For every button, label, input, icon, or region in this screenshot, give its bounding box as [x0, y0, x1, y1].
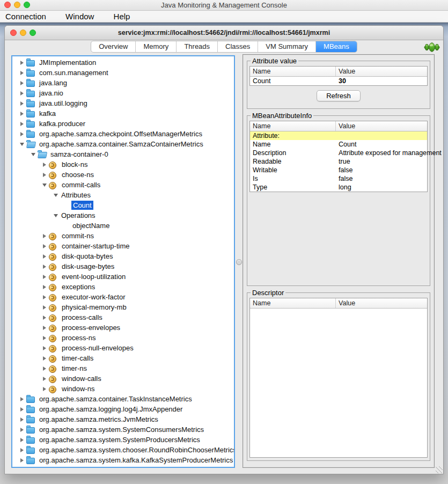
tree-item[interactable]: org.apache.samza.checkpoint.OffsetManage… [12, 129, 234, 139]
disclosure-triangle-icon[interactable] [18, 435, 26, 445]
disclosure-triangle-icon[interactable] [18, 88, 26, 98]
tree-item[interactable]: Operations [12, 210, 234, 221]
tree-item[interactable]: physical-memory-mb [12, 302, 234, 312]
column-header-value[interactable]: Value [336, 67, 427, 76]
tree-item[interactable]: objectName [12, 221, 234, 231]
tab-vm-summary[interactable]: VM Summary [258, 41, 316, 52]
tree-item[interactable]: java.util.logging [12, 98, 234, 108]
disclosure-triangle-icon[interactable] [40, 363, 49, 373]
tab-mbeans[interactable]: MBeans [316, 41, 357, 52]
tree-item[interactable]: JMImplementation [12, 57, 234, 68]
menu-help[interactable]: Help [105, 11, 139, 22]
tree-item[interactable]: org.apache.samza.container.SamzaContaine… [12, 139, 234, 149]
tree-item[interactable]: timer-calls [12, 353, 234, 363]
disclosure-triangle-icon[interactable] [40, 241, 49, 251]
column-header-value[interactable]: Value [336, 298, 427, 308]
disclosure-triangle-icon[interactable] [40, 251, 49, 261]
disclosure-triangle-icon[interactable] [40, 159, 49, 170]
table-row[interactable]: Isfalse [250, 174, 427, 183]
disclosure-triangle-icon[interactable] [40, 231, 49, 241]
table-row[interactable]: NameCount [250, 140, 427, 149]
tree-item[interactable]: process-envelopes [12, 322, 234, 333]
table-row[interactable]: DescriptionAttribute exposed for managem… [250, 149, 427, 157]
disclosure-triangle-icon[interactable] [18, 424, 26, 435]
tree-item[interactable]: samza-container-0 [12, 149, 234, 159]
tree-item[interactable]: java.lang [12, 78, 234, 88]
disclosure-triangle-icon[interactable] [29, 149, 38, 159]
disclosure-triangle-icon[interactable] [18, 455, 26, 465]
column-header-name[interactable]: Name [250, 298, 336, 308]
tab-threads[interactable]: Threads [177, 41, 218, 52]
zoom-window-button[interactable] [24, 2, 30, 8]
refresh-button[interactable]: Refresh [317, 90, 361, 101]
disclosure-triangle-icon[interactable] [18, 139, 26, 149]
disclosure-triangle-icon[interactable] [18, 119, 26, 129]
disclosure-triangle-icon[interactable] [18, 108, 26, 119]
tree-item[interactable]: process-calls [12, 312, 234, 322]
minimize-window-button[interactable] [14, 2, 20, 8]
tab-memory[interactable]: Memory [136, 41, 177, 52]
disclosure-triangle-icon[interactable] [40, 261, 49, 272]
menu-connection[interactable]: Connection [0, 11, 55, 22]
tab-overview[interactable]: Overview [91, 41, 136, 52]
tree-item[interactable]: disk-quota-bytes [12, 251, 234, 261]
tree-item[interactable]: window-ns [12, 384, 234, 394]
tree-item[interactable]: timer-ns [12, 363, 234, 373]
disclosure-triangle-icon[interactable] [52, 210, 60, 221]
mbean-tree[interactable]: JMImplementationcom.sun.managementjava.l… [11, 55, 235, 468]
disclosure-triangle-icon[interactable] [18, 404, 26, 414]
tree-item[interactable]: org.apache.samza.system.chooser.RoundRob… [12, 445, 234, 455]
frame-minimize-button[interactable] [20, 30, 26, 36]
disclosure-triangle-icon[interactable] [40, 180, 49, 190]
tree-item[interactable]: java.nio [12, 88, 234, 98]
table-row[interactable]: Writablefalse [250, 166, 427, 174]
frame-zoom-button[interactable] [30, 30, 36, 36]
disclosure-triangle-icon[interactable] [40, 292, 49, 302]
column-header-name[interactable]: Name [250, 121, 336, 131]
tree-item[interactable]: event-loop-utilization [12, 272, 234, 282]
disclosure-triangle-icon[interactable] [18, 68, 26, 78]
close-window-button[interactable] [4, 2, 11, 8]
disclosure-triangle-icon[interactable] [18, 78, 26, 88]
menu-window[interactable]: Window [57, 11, 102, 22]
disclosure-triangle-icon[interactable] [40, 272, 49, 282]
tree-item[interactable]: org.apache.samza.system.kafka.KafkaSyste… [12, 455, 234, 465]
tree-item[interactable]: org.apache.samza.logging.log4j.JmxAppend… [12, 404, 234, 414]
tree-item[interactable]: Count [12, 200, 234, 210]
tree-item[interactable]: exceptions [12, 282, 234, 292]
disclosure-triangle-icon[interactable] [40, 353, 49, 363]
disclosure-triangle-icon[interactable] [40, 170, 49, 180]
tree-item[interactable]: com.sun.management [12, 68, 234, 78]
disclosure-triangle-icon[interactable] [18, 57, 26, 68]
tree-item[interactable]: executor-work-factor [12, 292, 234, 302]
tree-item[interactable]: block-ns [12, 159, 234, 170]
column-header-name[interactable]: Name [250, 67, 336, 76]
disclosure-triangle-icon[interactable] [40, 333, 49, 343]
disclosure-triangle-icon[interactable] [18, 445, 26, 455]
tree-item[interactable]: Attributes [12, 190, 234, 200]
table-row[interactable]: Count30 [250, 77, 427, 85]
tree-item[interactable]: process-ns [12, 333, 234, 343]
tab-classes[interactable]: Classes [218, 41, 258, 52]
disclosure-triangle-icon[interactable] [40, 302, 49, 312]
disclosure-triangle-icon[interactable] [18, 98, 26, 108]
disclosure-triangle-icon[interactable] [18, 129, 26, 139]
disclosure-triangle-icon[interactable] [40, 343, 49, 353]
tree-item[interactable]: kafka.producer [12, 119, 234, 129]
disclosure-triangle-icon[interactable] [40, 282, 49, 292]
tree-item[interactable]: org.apache.samza.container.TaskInstanceM… [12, 394, 234, 404]
resize-grip[interactable] [436, 466, 443, 473]
disclosure-triangle-icon[interactable] [40, 384, 49, 394]
tree-item[interactable]: org.apache.samza.system.SystemProducersM… [12, 435, 234, 445]
tree-item[interactable]: org.apache.samza.system.SystemConsumersM… [12, 424, 234, 435]
tree-item[interactable]: choose-ns [12, 170, 234, 180]
disclosure-triangle-icon[interactable] [18, 414, 26, 424]
tree-item[interactable]: disk-usage-bytes [12, 261, 234, 272]
disclosure-triangle-icon[interactable] [40, 322, 49, 333]
tree-item[interactable]: process-null-envelopes [12, 343, 234, 353]
disclosure-triangle-icon[interactable] [40, 312, 49, 322]
tree-item[interactable]: container-startup-time [12, 241, 234, 251]
column-header-value[interactable]: Value [336, 121, 427, 131]
disclosure-triangle-icon[interactable] [40, 373, 49, 384]
table-row[interactable]: Typelong [250, 183, 427, 192]
